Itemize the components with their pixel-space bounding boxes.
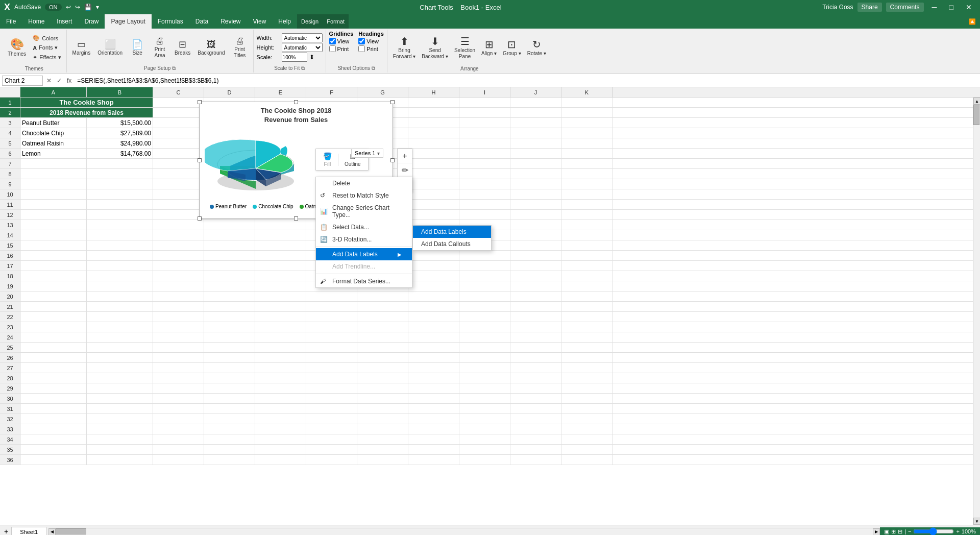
cell-G20[interactable] <box>357 291 408 301</box>
cell-C33[interactable] <box>153 424 204 434</box>
cell-H27[interactable] <box>408 363 459 373</box>
tab-data[interactable]: Data <box>189 14 214 29</box>
cell-J15[interactable] <box>510 240 561 250</box>
cell-H32[interactable] <box>408 414 459 424</box>
cell-I7[interactable] <box>459 159 510 168</box>
cell-K33[interactable] <box>561 424 612 434</box>
cell-K25[interactable] <box>561 343 612 352</box>
zoom-in-btn[interactable]: + <box>956 528 959 534</box>
cell-J12[interactable] <box>510 210 561 220</box>
cell-A34[interactable] <box>20 434 87 444</box>
cell-K30[interactable] <box>561 394 612 403</box>
gridlines-print-checkbox[interactable] <box>329 45 336 52</box>
cell-K11[interactable] <box>561 200 612 209</box>
cell-K12[interactable] <box>561 210 612 220</box>
cell-F30[interactable] <box>306 394 357 403</box>
headings-print-checkbox[interactable] <box>358 45 365 52</box>
cell-B9[interactable] <box>87 179 153 189</box>
cell-C12[interactable] <box>153 210 204 220</box>
cell-H30[interactable] <box>408 394 459 403</box>
cell-E23[interactable] <box>255 322 306 332</box>
cell-G28[interactable] <box>357 373 408 383</box>
cell-D21[interactable] <box>204 302 255 311</box>
cell-C11[interactable] <box>153 200 204 209</box>
cell-F33[interactable] <box>306 424 357 434</box>
row-num-30[interactable]: 30 <box>0 394 20 403</box>
cell-B22[interactable] <box>87 312 153 322</box>
cell-K32[interactable] <box>561 414 612 424</box>
cell-K28[interactable] <box>561 373 612 383</box>
gridlines-view-checkbox[interactable] <box>329 38 336 44</box>
cell-J19[interactable] <box>510 281 561 291</box>
cell-E24[interactable] <box>255 332 306 342</box>
cell-K18[interactable] <box>561 271 612 281</box>
cell-I35[interactable] <box>459 445 510 454</box>
cell-B14[interactable] <box>87 230 153 240</box>
cell-D13[interactable] <box>204 220 255 230</box>
cell-J14[interactable] <box>510 230 561 240</box>
row-num-10[interactable]: 10 <box>0 189 20 199</box>
cell-K34[interactable] <box>561 434 612 444</box>
cell-A32[interactable] <box>20 414 87 424</box>
cell-b5[interactable]: $24,980.00 <box>87 138 153 148</box>
cell-E33[interactable] <box>255 424 306 434</box>
cell-J36[interactable] <box>510 455 561 465</box>
cell-b3[interactable]: $15,500.00 <box>87 118 153 128</box>
group-btn[interactable]: ⊡ Group ▾ <box>500 38 524 58</box>
cell-B33[interactable] <box>87 424 153 434</box>
cell-D36[interactable] <box>204 455 255 465</box>
cell-A31[interactable] <box>20 404 87 414</box>
cell-E30[interactable] <box>255 394 306 403</box>
cell-B27[interactable] <box>87 363 153 373</box>
tab-formulas[interactable]: Formulas <box>152 14 189 29</box>
cell-K20[interactable] <box>561 291 612 301</box>
cell-I34[interactable] <box>459 434 510 444</box>
row-num-5[interactable]: 5 <box>0 138 20 148</box>
cell-K22[interactable] <box>561 312 612 322</box>
chart-styles-btn[interactable]: ✏ <box>398 163 412 178</box>
cell-a1[interactable]: The Cookie Shop <box>20 98 153 107</box>
size-btn[interactable]: 📄 Size <box>127 38 148 57</box>
cell-B32[interactable] <box>87 414 153 424</box>
cell-H7[interactable] <box>408 159 459 168</box>
handle-bc[interactable] <box>294 216 298 221</box>
cell-A24[interactable] <box>20 332 87 342</box>
cell-H36[interactable] <box>408 455 459 465</box>
cell-B23[interactable] <box>87 322 153 332</box>
name-box[interactable] <box>2 76 43 86</box>
cell-C28[interactable] <box>153 373 204 383</box>
row-num-13[interactable]: 13 <box>0 220 20 230</box>
cell-c5[interactable] <box>153 138 204 148</box>
col-header-g[interactable]: G <box>357 87 408 97</box>
cell-K10[interactable] <box>561 189 612 199</box>
cell-E28[interactable] <box>255 373 306 383</box>
col-header-d[interactable]: D <box>204 87 255 97</box>
cell-K23[interactable] <box>561 322 612 332</box>
cell-h4[interactable] <box>408 128 459 138</box>
row-num-8[interactable]: 8 <box>0 169 20 179</box>
cell-F31[interactable] <box>306 404 357 414</box>
cell-b6[interactable]: $14,768.00 <box>87 149 153 158</box>
cell-C9[interactable] <box>153 179 204 189</box>
tab-view[interactable]: View <box>247 14 273 29</box>
cell-J31[interactable] <box>510 404 561 414</box>
handle-tl[interactable] <box>198 100 202 104</box>
cell-h5[interactable] <box>408 138 459 148</box>
row-num-34[interactable]: 34 <box>0 434 20 444</box>
cell-D15[interactable] <box>204 240 255 250</box>
cell-C22[interactable] <box>153 312 204 322</box>
row-num-26[interactable]: 26 <box>0 353 20 362</box>
cell-G29[interactable] <box>357 383 408 393</box>
cell-A16[interactable] <box>20 251 87 260</box>
cell-A7[interactable] <box>20 159 87 168</box>
submenu-add-data-callouts[interactable]: Add Data Callouts <box>413 238 491 250</box>
undo-btn[interactable]: ↩ <box>66 4 71 11</box>
cell-I27[interactable] <box>459 363 510 373</box>
row-num-24[interactable]: 24 <box>0 332 20 342</box>
row-num-4[interactable]: 4 <box>0 128 20 138</box>
cell-A26[interactable] <box>20 353 87 362</box>
cell-J10[interactable] <box>510 189 561 199</box>
cell-J34[interactable] <box>510 434 561 444</box>
cell-I11[interactable] <box>459 200 510 209</box>
view-normal-btn[interactable]: ▣ <box>884 528 889 535</box>
